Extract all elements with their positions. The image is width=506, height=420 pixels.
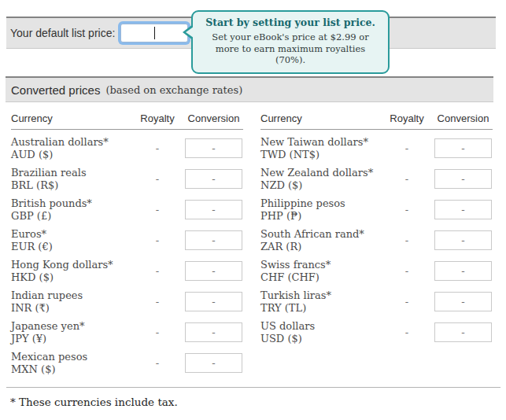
converted-prices-subtitle: (based on exchange rates) [105,84,242,96]
conversion-price-input[interactable]: - [185,353,242,373]
column-header-conversion: Conversion [184,112,243,124]
currency-name: Indian rupees [11,289,131,302]
currency-code: INR (₹) [11,302,131,315]
royalty-value: - [380,326,434,338]
royalty-value: - [380,296,434,308]
currency-table-right: Currency Royalty Conversion New Taiwan d… [260,112,493,378]
currency-name: US dollars [260,320,380,333]
currency-name: British pounds* [11,197,131,210]
conversion-price-input[interactable]: - [185,261,242,281]
currency-name: Philippine pesos [260,197,380,210]
currency-code: AUD ($) [11,149,131,161]
currency-row: Swiss francs* CHF (CHF) - - [260,256,493,286]
conversion-price-input[interactable]: - [434,261,492,281]
currency-code: TRY (TL) [260,302,380,315]
royalty-value: - [380,234,434,246]
conversion-price-input[interactable]: - [434,322,492,342]
tooltip-title: Start by setting your list price. [201,17,380,28]
table-header-row: Currency Royalty Conversion [260,112,493,130]
conversion-price-input[interactable]: - [185,169,242,189]
currency-row: Turkish liras* TRY (TL) - - [260,286,493,317]
conversion-price-input[interactable]: - [185,322,242,342]
currency-row: New Zealand dollars* NZD ($) - - [260,164,493,194]
royalty-value: - [131,204,184,216]
royalty-value: - [131,265,184,277]
conversion-price-input[interactable]: - [434,138,492,158]
currency-code: TWD (NT$) [260,149,380,161]
royalty-value: - [131,142,184,154]
column-header-currency: Currency [11,112,131,124]
currency-row: US dollars USD ($) - - [260,317,493,348]
currency-name: Swiss francs* [260,259,380,271]
converted-prices-title: Converted prices [11,83,100,97]
column-header-currency: Currency [260,112,380,124]
conversion-price-input[interactable]: - [434,230,492,250]
currency-name: Mexican pesos [11,351,131,363]
currency-code: ZAR (R) [260,241,380,253]
currency-row: Japanese yen* JPY (¥) - - [11,317,243,348]
currency-code: MXN ($) [11,363,131,376]
text-caret [154,27,155,39]
royalty-value: - [131,173,184,185]
currency-row: British pounds* GBP (£) - - [11,194,243,225]
royalty-value: - [380,142,434,154]
royalty-value: - [131,357,184,369]
currency-code: HKD ($) [11,271,131,284]
currency-name: Brazilian reals [11,167,131,179]
list-price-tooltip: Start by setting your list price. Set yo… [191,10,390,74]
table-rows-right: New Taiwan dollars* TWD (NT$) - - New Ze… [260,130,493,348]
currency-row: Indian rupees INR (₹) - - [11,286,243,317]
footnote-divider [6,387,500,388]
currency-row: New Taiwan dollars* TWD (NT$) - - [260,133,493,164]
currency-name: Euros* [11,228,131,241]
currency-name: New Zealand dollars* [260,167,380,179]
column-header-conversion: Conversion [434,112,493,124]
tooltip-body: Set your eBook's price at $2.99 or more … [201,31,380,66]
currency-name: Japanese yen* [11,320,131,333]
currency-table-left: Currency Royalty Conversion Australian d… [11,112,243,378]
currency-code: GBP (£) [11,210,131,223]
currency-row: Euros* EUR (€) - - [11,225,243,256]
royalty-value: - [131,234,184,246]
conversion-price-input[interactable]: - [434,169,492,189]
royalty-value: - [380,265,434,277]
column-header-royalty: Royalty [380,112,434,124]
converted-prices-tables: Currency Royalty Conversion Australian d… [11,112,493,378]
currency-row: Brazilian reals BRL (R$) - - [11,164,243,194]
default-list-price-label: Your default list price: [10,27,115,39]
currency-row: Hong Kong dollars* HKD ($) - - [11,256,243,286]
table-header-row: Currency Royalty Conversion [11,112,243,130]
currency-code: BRL (R$) [11,179,131,192]
conversion-price-input[interactable]: - [185,230,242,250]
currency-code: PHP (₱) [260,210,380,223]
conversion-price-input[interactable]: - [434,200,492,219]
converted-prices-header: Converted prices (based on exchange rate… [6,76,493,102]
currency-row: Australian dollars* AUD ($) - - [11,133,243,164]
conversion-price-input[interactable]: - [185,292,242,311]
currency-row: Philippine pesos PHP (₱) - - [260,194,493,225]
currency-code: EUR (€) [11,241,131,253]
conversion-price-input[interactable]: - [185,200,242,219]
currency-row: Mexican pesos MXN ($) - - [11,348,243,378]
currency-name: Turkish liras* [260,289,380,302]
currency-name: South African rand* [260,228,380,241]
currency-code: CHF (CHF) [260,271,380,284]
default-list-price-input[interactable] [120,24,188,42]
table-rows-left: Australian dollars* AUD ($) - - Brazilia… [11,130,243,378]
currency-name: Australian dollars* [11,136,131,149]
royalty-value: - [131,296,184,308]
royalty-value: - [380,204,434,216]
royalty-value: - [131,326,184,338]
column-header-royalty: Royalty [131,112,184,124]
royalty-value: - [380,173,434,185]
conversion-price-input[interactable]: - [434,292,492,311]
currency-name: Hong Kong dollars* [11,259,131,271]
currency-code: JPY (¥) [11,333,131,345]
currency-name: New Taiwan dollars* [260,136,380,149]
currency-code: NZD ($) [260,179,380,192]
currency-row: South African rand* ZAR (R) - - [260,225,493,256]
currency-code: USD ($) [260,333,380,345]
tax-footnote: * These currencies include tax. [10,396,178,408]
conversion-price-input[interactable]: - [185,138,242,158]
tooltip-arrow-icon [183,24,193,40]
